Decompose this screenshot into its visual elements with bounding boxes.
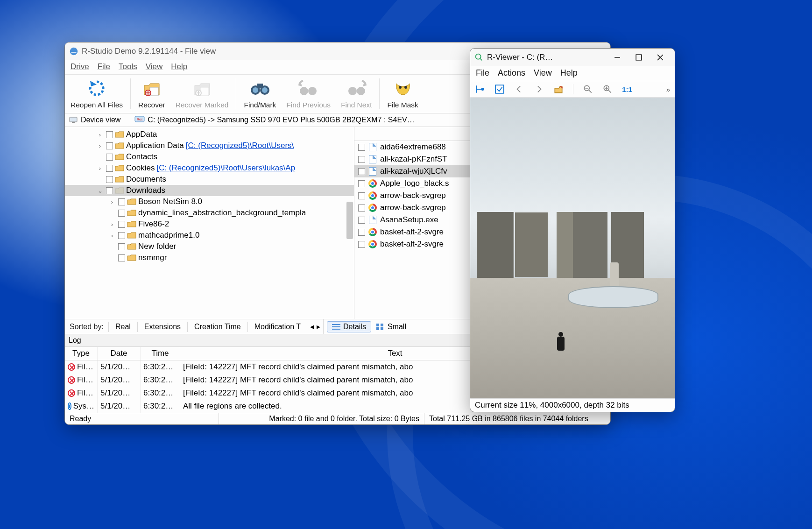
tree-link[interactable]: [C: (Recognized5)\Root\Users\lukas\Ap <box>156 163 295 173</box>
file-icon <box>369 167 376 176</box>
file-icon <box>369 143 376 151</box>
expand-icon[interactable]: › <box>96 165 104 172</box>
tool-find-mark[interactable]: Find/Mark <box>239 77 281 111</box>
sort-next-icon[interactable]: ▸ <box>317 322 320 331</box>
tree-checkbox[interactable] <box>106 131 113 138</box>
expand-icon[interactable]: ⌄ <box>96 187 104 194</box>
folder-icon <box>127 254 136 261</box>
tree-scrollbar-thumb[interactable] <box>346 202 353 239</box>
zoom-out-icon[interactable] <box>583 84 593 94</box>
tree-checkbox[interactable] <box>106 187 113 194</box>
expand-icon[interactable]: › <box>96 131 104 138</box>
tree-checkbox[interactable] <box>118 210 125 217</box>
viewer-menu-help[interactable]: Help <box>560 68 578 78</box>
folder-icon <box>115 131 124 138</box>
list-checkbox[interactable] <box>358 205 365 212</box>
expand-icon[interactable]: › <box>96 142 104 149</box>
file-name: basket-alt-2-svgre <box>380 240 444 249</box>
menu-tools[interactable]: Tools <box>119 62 137 71</box>
list-checkbox[interactable] <box>358 217 365 224</box>
list-checkbox[interactable] <box>358 156 365 163</box>
tool-reopen-all-files[interactable]: Reopen All Files <box>66 77 127 111</box>
tree-item[interactable]: ›Cookies [C: (Recognized5)\Root\Users\lu… <box>65 162 354 174</box>
expand-icon[interactable]: › <box>108 221 116 228</box>
maximize-button[interactable] <box>628 50 650 65</box>
device-view-label[interactable]: Device view <box>81 116 120 124</box>
zoom-in-icon[interactable] <box>602 84 613 94</box>
tree-item[interactable]: New folder <box>65 241 354 252</box>
tree-link[interactable]: [C: (Recognized5)\Root\Users\ <box>186 141 294 150</box>
viewer-menu-actions[interactable]: Actions <box>498 68 525 78</box>
viewer-menu-file[interactable]: File <box>476 68 489 78</box>
menu-file[interactable]: File <box>98 62 110 71</box>
close-button[interactable] <box>650 50 671 65</box>
minimize-button[interactable] <box>607 50 628 65</box>
tree-item[interactable]: ›Five86-2 <box>65 219 354 230</box>
folder-icon <box>127 209 136 217</box>
menu-help[interactable]: Help <box>171 62 187 71</box>
chrome-icon <box>368 204 377 212</box>
tree-item[interactable]: ›Boson NetSim 8.0 <box>65 196 354 207</box>
sort-mtime[interactable]: Modification T <box>247 322 307 332</box>
folder-icon <box>127 198 136 205</box>
tree-item[interactable]: Documents <box>65 174 354 185</box>
list-checkbox[interactable] <box>358 241 365 248</box>
tree-checkbox[interactable] <box>118 198 125 205</box>
tree-checkbox[interactable] <box>118 232 125 239</box>
tree-checkbox[interactable] <box>106 142 113 149</box>
list-checkbox[interactable] <box>358 168 365 175</box>
toolbar-overflow-icon[interactable]: » <box>666 85 670 93</box>
check-icon[interactable] <box>494 84 505 94</box>
svg-rect-16 <box>70 117 77 122</box>
list-checkbox[interactable] <box>358 229 365 236</box>
list-checkbox[interactable] <box>358 144 365 151</box>
tree-checkbox[interactable] <box>118 243 125 250</box>
tree-item[interactable]: ›Application Data [C: (Recognized5)\Root… <box>65 140 354 151</box>
viewer-menu-view[interactable]: View <box>534 68 552 78</box>
file-icon <box>369 155 376 163</box>
tree-checkbox[interactable] <box>118 254 125 261</box>
prev-icon[interactable] <box>514 84 524 94</box>
viewer-menubar: File Actions View Help <box>470 66 675 81</box>
tree-item[interactable]: Contacts <box>65 151 354 162</box>
zoom-ratio[interactable]: 1:1 <box>622 84 632 94</box>
tree-checkbox[interactable] <box>118 221 125 228</box>
menu-view[interactable]: View <box>146 62 163 71</box>
sort-ctime[interactable]: Creation Time <box>187 322 247 332</box>
tool-file-mask[interactable]: File Mask <box>382 77 423 111</box>
viewer-app-icon <box>474 52 484 63</box>
menu-drive[interactable]: Drive <box>71 62 89 71</box>
tool-recover[interactable]: Recover <box>134 77 170 111</box>
sort-ext[interactable]: Extensions <box>137 322 187 332</box>
list-checkbox[interactable] <box>358 192 365 199</box>
tree-item[interactable]: dynamic_lines_abstraction_background_tem… <box>65 207 354 219</box>
mask-icon <box>390 78 416 99</box>
sort-prev-icon[interactable]: ◂ <box>310 322 314 331</box>
svg-rect-9 <box>257 84 263 88</box>
breadcrumb-path[interactable]: C: (Recognized5) -> Samsung SSD 970 EVO … <box>148 116 414 124</box>
view-small[interactable]: Small <box>371 321 411 332</box>
tree-item[interactable]: ⌄Downloads <box>65 185 354 196</box>
image-preview[interactable] <box>470 98 675 398</box>
viewer-titlebar[interactable]: R-Viewer - C: (R… <box>470 49 675 66</box>
tool-find-next: Find Next <box>336 77 376 111</box>
svg-rect-21 <box>332 326 340 327</box>
view-details[interactable]: Details <box>327 321 371 332</box>
chrome-icon <box>368 191 377 200</box>
next-icon[interactable] <box>534 84 544 94</box>
tree-item[interactable]: nsmmgr <box>65 252 354 263</box>
expand-icon[interactable]: › <box>108 198 116 205</box>
list-checkbox[interactable] <box>358 180 365 187</box>
svg-text:Rec.: Rec. <box>137 118 143 121</box>
sort-real[interactable]: Real <box>108 322 137 332</box>
tree-checkbox[interactable] <box>106 176 113 183</box>
tree-item[interactable]: ›mathcadprime1.0 <box>65 230 354 241</box>
tree-checkbox[interactable] <box>106 154 113 161</box>
status-ready: Ready <box>65 413 219 424</box>
save-as-icon[interactable] <box>553 84 564 94</box>
tree-checkbox[interactable] <box>106 165 113 172</box>
goto-icon[interactable] <box>475 84 485 94</box>
expand-icon[interactable]: › <box>108 232 116 239</box>
folder-tree[interactable]: ›AppData›Application Data [C: (Recognize… <box>65 127 354 319</box>
tree-item[interactable]: ›AppData <box>65 129 354 140</box>
